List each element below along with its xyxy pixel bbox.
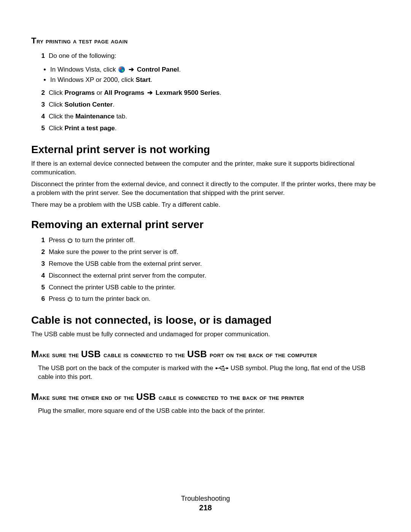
- step-text: Click Print a test page.: [49, 124, 380, 133]
- steps-list-1: 1 Do one of the following:: [31, 50, 380, 62]
- paragraph: There may be a problem with the USB cabl…: [31, 201, 380, 209]
- step-number: 6: [31, 295, 45, 304]
- text: In Windows Vista, click: [50, 66, 118, 73]
- paragraph: The USB port on the back of the computer…: [31, 364, 380, 382]
- step-number: 3: [31, 260, 45, 268]
- step-4: 4 Click the Maintenance tab.: [31, 111, 380, 123]
- arrow-icon: ➔: [129, 64, 134, 75]
- step-text: Make sure the power to the print server …: [49, 248, 380, 257]
- heading-try-printing: Try printing a test page again: [31, 36, 380, 46]
- bullet-xp: In Windows XP or 2000, click Start.: [50, 75, 380, 85]
- step: 6 Press to turn the printer back on.: [31, 293, 380, 305]
- page-footer: Troubleshooting 218: [0, 495, 411, 512]
- step-number: 5: [31, 283, 45, 292]
- step: 5 Connect the printer USB cable to the p…: [31, 282, 380, 294]
- step-text: Press to turn the printer off.: [49, 236, 380, 245]
- steps-list-1b: 2 Click Programs or All Programs ➔ Lexma…: [31, 87, 380, 134]
- step-text: Disconnect the external print server fro…: [49, 272, 380, 280]
- step-text: Click Programs or All Programs ➔ Lexmark…: [49, 89, 380, 97]
- step-number: 4: [31, 112, 45, 121]
- step-text: Connect the printer USB cable to the pri…: [49, 283, 380, 292]
- step-3: 3 Click Solution Center.: [31, 99, 380, 111]
- subheading-usb-computer: Make sure the USB cable is connected to …: [31, 349, 380, 359]
- step-number: 3: [31, 101, 45, 109]
- step-text: Do one of the following:: [49, 52, 380, 61]
- usb-icon: [215, 365, 229, 371]
- step-number: 2: [31, 248, 45, 257]
- svg-marker-6: [226, 367, 229, 369]
- arrow-icon: ➔: [147, 89, 153, 97]
- text-bold: Start: [136, 76, 151, 83]
- windows-vista-start-icon: [118, 66, 125, 73]
- paragraph: The USB cable must be fully connected an…: [31, 330, 380, 339]
- step-number: 2: [31, 89, 45, 97]
- subheading-usb-printer: Make sure the other end of the USB cable…: [31, 391, 380, 402]
- document-page: Try printing a test page again 1 Do one …: [0, 0, 411, 532]
- step-number: 1: [31, 52, 45, 61]
- step-text: Press to turn the printer back on.: [49, 295, 380, 304]
- step: 2 Make sure the power to the print serve…: [31, 246, 380, 258]
- bullet-vista: In Windows Vista, click ➔ Control Panel.: [50, 64, 380, 75]
- svg-rect-7: [223, 366, 224, 367]
- paragraph: If there is an external device connected…: [31, 160, 380, 177]
- step: 3 Remove the USB cable from the external…: [31, 258, 380, 270]
- steps-list-3: 1 Press to turn the printer off. 2 Make …: [31, 235, 380, 305]
- step-number: 1: [31, 236, 45, 245]
- step-text: Remove the USB cable from the external p…: [49, 260, 380, 268]
- heading-cable-not-connected: Cable is not connected, is loose, or is …: [31, 314, 380, 326]
- power-icon: [67, 237, 73, 243]
- step: 4 Disconnect the external print server f…: [31, 270, 380, 282]
- sub-bullets: In Windows Vista, click ➔ Control Panel.…: [31, 64, 380, 85]
- footer-label: Troubleshooting: [0, 495, 411, 503]
- step-text: Click the Maintenance tab.: [49, 112, 380, 121]
- step-text: Click Solution Center.: [49, 101, 380, 109]
- text: In Windows XP or 2000, click: [50, 76, 136, 83]
- paragraph: Disconnect the printer from the external…: [31, 180, 380, 198]
- svg-point-8: [223, 369, 225, 371]
- step-number: 4: [31, 272, 45, 280]
- step-1: 1 Do one of the following:: [31, 50, 380, 62]
- step-5: 5 Click Print a test page.: [31, 123, 380, 134]
- step: 1 Press to turn the printer off.: [31, 235, 380, 246]
- paragraph: Plug the smaller, more square end of the…: [31, 407, 380, 415]
- power-icon: [67, 296, 73, 302]
- heading-removing-external: Removing an external print server: [31, 219, 380, 231]
- heading-external-print-server: External print server is not working: [31, 144, 380, 156]
- step-number: 5: [31, 124, 45, 133]
- text-bold: Control Panel: [137, 66, 179, 73]
- page-number: 218: [0, 503, 411, 512]
- step-2: 2 Click Programs or All Programs ➔ Lexma…: [31, 87, 380, 99]
